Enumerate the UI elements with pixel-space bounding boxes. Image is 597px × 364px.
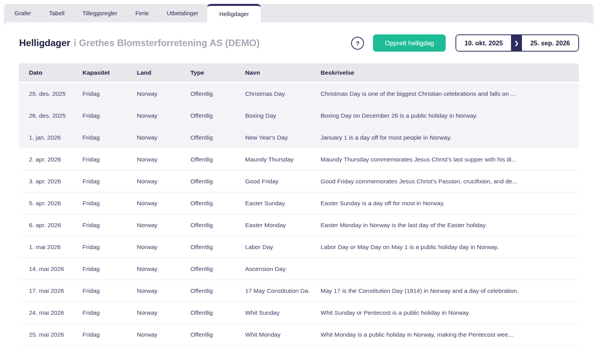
page-header: Helligdager i Grethes Blomsterforretenin… [19,34,579,52]
cell-type: Offentlig [180,82,235,105]
date-to-button[interactable]: 25. sep. 2026 [522,35,578,51]
cell-beskrivelse: Labor Day or May Day on May 1 is a publi… [310,236,579,258]
create-holiday-button[interactable]: Opprett helligdag [373,34,446,52]
column-header-kapasitet: Kapasitet [72,63,127,82]
cell-kapasitet: Fridag [72,280,127,302]
cell-navn: Good Friday [235,170,310,192]
table-row[interactable]: 6. apr. 2026FridagNorwayOffentligEaster … [19,214,579,236]
cell-beskrivelse: Whit Sunday or Pentecost is a public hol… [310,302,579,324]
column-header-type: Type [180,63,235,82]
cell-land: Norway [127,105,180,127]
cell-dato: 25. mai 2026 [19,324,72,346]
cell-land: Norway [127,214,180,236]
cell-dato: 3. apr. 2026 [19,170,72,192]
table-row[interactable]: 24. mai 2026FridagNorwayOffentligWhit Su… [19,302,579,324]
table-header-row: DatoKapasitetLandTypeNavnBeskrivelse [19,63,579,82]
cell-beskrivelse: Maundy Thursday commemorates Jesus Chris… [310,149,579,170]
cell-navn: Christmas Day [235,82,310,105]
cell-navn: Maundy Thursday [235,149,310,170]
cell-navn: Ascension Day [235,258,310,280]
cell-beskrivelse: Easter Monday in Norway is the last day … [310,214,579,236]
cell-navn: 17 May Constitution Da... [235,280,310,302]
cell-land: Norway [127,302,180,324]
cell-dato: 1. jan. 2026 [19,127,72,149]
cell-beskrivelse: Boxing Day on December 26 is a public ho… [310,105,579,127]
help-button[interactable]: ? [351,37,364,50]
cell-kapasitet: Fridag [72,149,127,170]
cell-type: Offentlig [180,258,235,280]
column-header-navn: Navn [235,63,310,82]
cell-type: Offentlig [180,302,235,324]
cell-kapasitet: Fridag [72,105,127,127]
table-row[interactable]: 26. des. 2025FridagNorwayOffentligBoxing… [19,105,579,127]
cell-type: Offentlig [180,214,235,236]
table-row[interactable]: 1. mai 2026FridagNorwayOffentligLabor Da… [19,236,579,258]
cell-land: Norway [127,127,180,149]
date-from-button[interactable]: 10. okt. 2025 [456,35,511,51]
cell-land: Norway [127,149,180,170]
cell-navn: Whit Monday [235,324,310,346]
cell-kapasitet: Fridag [72,127,127,149]
cell-navn: Easter Sunday [235,192,310,214]
cell-dato: 2. apr. 2026 [19,149,72,170]
cell-type: Offentlig [180,149,235,170]
cell-dato: 25. des. 2025 [19,82,72,105]
cell-beskrivelse: Easter Sunday is a day off for most in N… [310,192,579,214]
cell-land: Norway [127,82,180,105]
cell-dato: 6. apr. 2026 [19,214,72,236]
tab-grafer[interactable]: Grafer [5,4,40,22]
cell-beskrivelse: January 1 is a day off for most people i… [310,127,579,149]
cell-land: Norway [127,170,180,192]
helligdager-panel: Helligdager i Grethes Blomsterforretenin… [4,22,593,364]
date-range-picker: 10. okt. 2025 ❯ 25. sep. 2026 [455,34,579,52]
cell-type: Offentlig [180,105,235,127]
cell-type: Offentlig [180,280,235,302]
cell-type: Offentlig [180,236,235,258]
cell-dato: 24. mai 2026 [19,302,72,324]
cell-land: Norway [127,258,180,280]
cell-land: Norway [127,324,180,346]
column-header-dato: Dato [19,63,72,82]
cell-land: Norway [127,236,180,258]
cell-kapasitet: Fridag [72,192,127,214]
table-row[interactable]: 25. des. 2025FridagNorwayOffentligChrist… [19,82,579,105]
cell-dato: 1. mai 2026 [19,236,72,258]
table-row[interactable]: 17. mai 2026FridagNorwayOffentlig17 May … [19,280,579,302]
cell-kapasitet: Fridag [72,236,127,258]
cell-beskrivelse [310,258,579,280]
page-title: Helligdager [19,38,70,48]
cell-navn: Whit Sunday [235,302,310,324]
holidays-table-wrap: DatoKapasitetLandTypeNavnBeskrivelse 25.… [19,63,579,346]
table-row[interactable]: 1. jan. 2026FridagNorwayOffentligNew Yea… [19,127,579,149]
table-row[interactable]: 5. apr. 2026FridagNorwayOffentligEaster … [19,192,579,214]
cell-navn: Easter Monday [235,214,310,236]
table-row[interactable]: 3. apr. 2026FridagNorwayOffentligGood Fr… [19,170,579,192]
tab-utbetalinger[interactable]: Utbetalinger [158,4,207,22]
cell-dato: 17. mai 2026 [19,280,72,302]
tab-helligdager[interactable]: Helligdager [207,4,261,22]
cell-kapasitet: Fridag [72,170,127,192]
cell-kapasitet: Fridag [72,302,127,324]
table-row[interactable]: 14. mai 2026FridagNorwayOffentligAscensi… [19,258,579,280]
cell-dato: 5. apr. 2026 [19,192,72,214]
table-row[interactable]: 25. mai 2026FridagNorwayOffentligWhit Mo… [19,324,579,346]
cell-type: Offentlig [180,324,235,346]
cell-kapasitet: Fridag [72,258,127,280]
tab-ferie[interactable]: Ferie [126,4,158,22]
cell-type: Offentlig [180,127,235,149]
table-row[interactable]: 2. apr. 2026FridagNorwayOffentligMaundy … [19,149,579,170]
tab-tabell[interactable]: Tabell [40,4,74,22]
tab-tilleggsregler[interactable]: Tilleggsregler [74,4,126,22]
cell-beskrivelse: May 17 is the Constitution Day (1814) in… [310,280,579,302]
column-header-beskrivelse: Beskrivelse [310,63,579,82]
page-subtitle: i Grethes Blomsterforretening AS (DEMO) [74,38,260,48]
chevron-right-icon[interactable]: ❯ [511,35,522,51]
cell-land: Norway [127,280,180,302]
cell-kapasitet: Fridag [72,82,127,105]
cell-beskrivelse: Christmas Day is one of the biggest Chri… [310,82,579,105]
cell-beskrivelse: Whit Monday is a public holiday in Norwa… [310,324,579,346]
cell-navn: New Year's Day [235,127,310,149]
cell-kapasitet: Fridag [72,324,127,346]
cell-navn: Labor Day [235,236,310,258]
cell-type: Offentlig [180,170,235,192]
